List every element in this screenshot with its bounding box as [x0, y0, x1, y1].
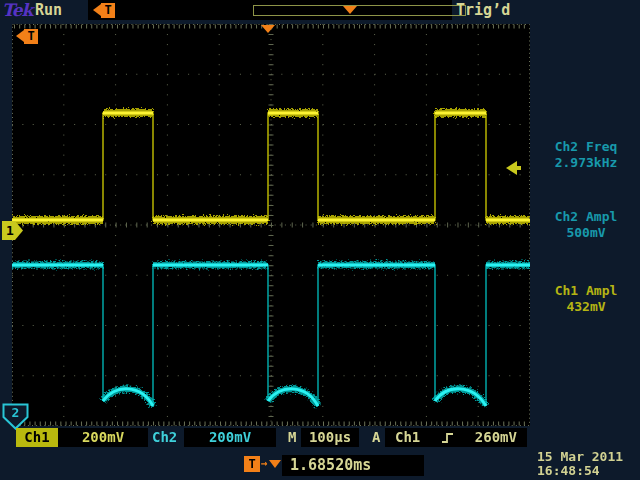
- graticule-and-traces: [12, 24, 530, 426]
- trigger-position-marker-icon: [261, 25, 275, 33]
- record-view-trigger-position-icon: [343, 6, 357, 14]
- record-view-area: T: [88, 0, 452, 20]
- ch1-scale-readout: 200mV: [58, 428, 148, 447]
- t-glyph: T: [24, 29, 38, 44]
- measurement-value: 432mV: [532, 299, 640, 315]
- measurement-value: 2.973kHz: [532, 155, 640, 171]
- trigger-source: Ch1: [395, 428, 420, 447]
- timebase-label: M: [288, 428, 296, 447]
- channel-status-bar: Ch1 200mV Ch2 200mV M 100µs A Ch1 260mV: [0, 428, 640, 448]
- trigger-readout: Ch1 260mV: [385, 428, 527, 447]
- trigger-status: Trig’d: [456, 1, 510, 19]
- ch2-label: Ch2: [152, 428, 177, 447]
- arrow-tail: [517, 166, 521, 170]
- date-time: 15 Mar 2011 16:48:54: [537, 450, 623, 478]
- measurement-ch2-ampl: Ch2 Ampl 500mV: [532, 209, 640, 241]
- measurement-label: Ch2 Freq: [532, 139, 640, 155]
- delay-triangle-icon: [269, 460, 281, 468]
- oscilloscope-screen: { "header": { "logo": "Tek", "acq_state"…: [0, 0, 640, 480]
- measurement-label: Ch2 Ampl: [532, 209, 640, 225]
- measurement-ch2-freq: Ch2 Freq 2.973kHz: [532, 139, 640, 171]
- time: 16:48:54: [537, 464, 623, 478]
- left-triangle-icon: [93, 4, 101, 16]
- arrow-head: [506, 161, 517, 175]
- trigger-delay-t-icon: T: [244, 456, 260, 472]
- trigger-t-icon: T: [93, 2, 115, 18]
- ch2-reference-marker: 2: [2, 403, 29, 430]
- tek-logo: Tek: [2, 0, 32, 20]
- horizontal-trigger-t-marker: T: [16, 28, 38, 44]
- delay-status-bar: T → 1.68520ms 15 Mar 2011 16:48:54: [0, 455, 640, 477]
- ch1-waveform: [12, 113, 530, 220]
- trigger-type-label: A: [372, 428, 380, 447]
- ch2-scale-readout: 200mV: [184, 428, 276, 447]
- measurement-value: 500mV: [532, 225, 640, 241]
- trigger-delay-readout: 1.68520ms: [282, 455, 424, 476]
- trigger-level-arrow-icon: [506, 161, 521, 175]
- ch1-label-badge: Ch1: [16, 428, 58, 447]
- svg-text:2: 2: [12, 405, 20, 420]
- date: 15 Mar 2011: [537, 450, 623, 464]
- timebase-readout: 100µs: [301, 428, 359, 447]
- waveform-display: [12, 24, 530, 426]
- right-arrow-icon: →: [261, 457, 268, 471]
- t-glyph: T: [101, 3, 115, 18]
- measurement-ch1-ampl: Ch1 Ampl 432mV: [532, 283, 640, 315]
- acquisition-state: Run: [35, 1, 62, 19]
- graticule-grid: [12, 24, 530, 426]
- left-triangle-icon: [16, 30, 24, 42]
- record-view-bar: [253, 5, 466, 16]
- measurement-label: Ch1 Ampl: [532, 283, 640, 299]
- rising-edge-slope-icon: [441, 431, 455, 445]
- trigger-level: 260mV: [475, 428, 517, 447]
